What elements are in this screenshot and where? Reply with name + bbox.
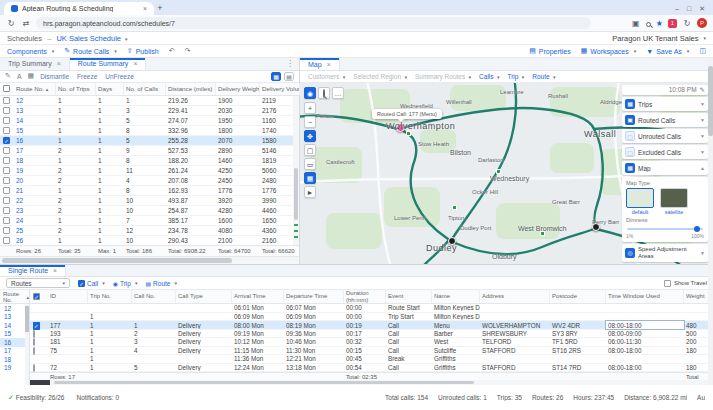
row-checkbox[interactable] bbox=[3, 217, 10, 224]
row-checkbox[interactable] bbox=[3, 157, 10, 164]
table-row[interactable]: 18118188.2014601819 bbox=[0, 156, 299, 166]
row-checkbox[interactable] bbox=[3, 227, 10, 234]
chevron-down-icon[interactable]: ▼ bbox=[700, 117, 705, 123]
chevron-down-icon[interactable]: ▼ bbox=[700, 250, 705, 256]
table-row[interactable]: 17219527.5328905146 bbox=[0, 146, 299, 156]
default-map-thumbnail[interactable] bbox=[626, 188, 654, 208]
column-header[interactable]: No. of Calls bbox=[124, 83, 166, 95]
table-row[interactable]: 13113229.4120302176 bbox=[0, 106, 299, 116]
column-header[interactable]: Route No.▴ bbox=[14, 83, 56, 95]
tab-close-icon[interactable]: × bbox=[133, 60, 137, 67]
map-search-button[interactable] bbox=[318, 87, 330, 99]
column-header[interactable]: Arrival Time bbox=[232, 290, 284, 303]
stop-row[interactable]: 18113Delivery10:12 Mon10:46 Mon00:32Call… bbox=[30, 338, 713, 347]
chevron-down-icon[interactable]: ▾ bbox=[520, 74, 524, 80]
call-filter-button[interactable]: ✓Call▾ bbox=[78, 280, 105, 287]
table-row[interactable]: 14115274.0719501160 bbox=[0, 116, 299, 126]
search-icon[interactable] bbox=[646, 22, 651, 27]
notifications-status[interactable]: Notifications: 0 bbox=[76, 394, 119, 401]
columns-icon[interactable]: ▦ bbox=[28, 72, 35, 80]
select-rectangle-button[interactable]: ▭ bbox=[304, 158, 316, 170]
apps-button[interactable]: ◫ bbox=[699, 47, 706, 55]
map-tool-route[interactable]: Route ▾ bbox=[532, 73, 555, 80]
table-row[interactable]: 232110254.8742804460 bbox=[0, 206, 299, 216]
stop-row[interactable]: ✓17711Delivery08:00 Mon08:19 Mon00:19Cal… bbox=[30, 321, 713, 330]
call-marker[interactable] bbox=[496, 169, 501, 174]
more-tools-button[interactable]: … bbox=[332, 87, 344, 99]
dimness-slider[interactable] bbox=[627, 225, 703, 233]
profile-avatar[interactable]: P bbox=[697, 18, 707, 28]
column-header[interactable]: Postcode bbox=[550, 290, 606, 303]
stop-row[interactable]: 7514Delivery11:15 Mon11:30 Mon00:15CallS… bbox=[30, 347, 713, 356]
layer-routed-calls[interactable]: ▣ Routed Calls▼ bbox=[622, 113, 708, 127]
stop-row[interactable]: 19312Delivery09:19 Mon09:36 Mon00:17Call… bbox=[30, 330, 713, 339]
bottom-horizontal-scrollbar[interactable] bbox=[30, 380, 713, 385]
table-row[interactable]: 252112234.7840804360 bbox=[0, 226, 299, 236]
fit-extent-button[interactable]: ▢ bbox=[304, 144, 316, 156]
tab-close-icon[interactable]: × bbox=[53, 267, 57, 274]
tw-cell[interactable]: 06:00-11:30 bbox=[606, 338, 684, 345]
maximize-icon[interactable]: □ bbox=[687, 5, 691, 13]
map-tool-trip[interactable]: Trip ▾ bbox=[507, 73, 524, 80]
tab-close-icon[interactable]: × bbox=[327, 61, 331, 68]
vertical-scrollbar[interactable] bbox=[293, 96, 299, 245]
column-header[interactable]: Duration (hh:mm) bbox=[344, 290, 386, 303]
column-header[interactable]: Event bbox=[386, 290, 432, 303]
row-checkbox[interactable] bbox=[3, 147, 10, 154]
stop-row[interactable]: 7215Delivery12:24 Mon13:18 Mon00:54CallG… bbox=[30, 364, 713, 373]
grid-tool-button[interactable]: ▦ bbox=[304, 172, 316, 184]
map-canvas[interactable]: Routed Call: 177 (Menu) ◉ … + − ✥ ▢ bbox=[300, 83, 713, 264]
tool-freeze[interactable]: Freeze bbox=[77, 73, 97, 80]
tab-route-summary[interactable]: Route Summary× bbox=[70, 58, 147, 70]
row-checkbox[interactable] bbox=[33, 330, 35, 338]
column-header[interactable]: Departure Time bbox=[284, 290, 344, 303]
show-travel-toggle[interactable]: Show Travel bbox=[664, 280, 707, 287]
workspaces-button[interactable]: ▦Workspaces▾ bbox=[581, 47, 637, 55]
trip-filter-button[interactable]: ◉Trip▾ bbox=[113, 280, 138, 287]
table-row[interactable]: 20214207.0824502480 bbox=[0, 176, 299, 186]
row-checkbox[interactable] bbox=[3, 197, 10, 204]
font-icon[interactable]: A bbox=[17, 73, 22, 80]
row-checkbox[interactable] bbox=[3, 167, 10, 174]
switch-icon[interactable]: ⇄ bbox=[21, 19, 31, 28]
table-row[interactable]: 21118162.9317761776 bbox=[0, 186, 299, 196]
minimize-icon[interactable]: – bbox=[675, 5, 679, 13]
layer-unrouted-calls[interactable]: ▢ Unrouted Calls▼ bbox=[622, 129, 708, 143]
tab-trip-summary[interactable]: Trip Summary× bbox=[0, 58, 70, 70]
tab-map[interactable]: Map× bbox=[300, 58, 340, 70]
satellite-map-thumbnail[interactable] bbox=[660, 188, 688, 208]
lasso-tool-button[interactable]: ► bbox=[304, 186, 316, 198]
row-checkbox[interactable]: ✓ bbox=[3, 137, 10, 144]
edit-time-icon[interactable]: ✎ bbox=[700, 86, 705, 94]
chevron-down-icon[interactable]: ▼ bbox=[700, 149, 705, 155]
show-travel-checkbox[interactable] bbox=[664, 280, 671, 287]
page-vertical-scrollbar[interactable] bbox=[708, 58, 713, 385]
table-row[interactable]: 12111219.2619002119 bbox=[0, 96, 299, 106]
map-tool-calls[interactable]: Calls ▾ bbox=[479, 73, 499, 80]
filter-active-button[interactable]: ▦ bbox=[271, 72, 281, 81]
save-as-button[interactable]: ▼Save As▾ bbox=[646, 48, 689, 55]
reload-icon[interactable]: ↻ bbox=[6, 19, 16, 28]
compass-button[interactable]: ◉ bbox=[304, 87, 316, 99]
row-checkbox[interactable] bbox=[33, 347, 35, 355]
route-no-header[interactable]: Route No.▴ bbox=[0, 290, 29, 304]
components-button[interactable]: Components▾ bbox=[7, 48, 54, 55]
stop-row[interactable]: 06:01 Mon06:07 Mon00:00Route StartMilton… bbox=[30, 304, 713, 313]
stop-row[interactable]: 111:36 Mon12:21 Mon00:45BreakGriffiths bbox=[30, 355, 713, 364]
chevron-down-icon[interactable]: ▾ bbox=[496, 74, 500, 80]
layer-trips[interactable]: ▦ Trips▼ bbox=[622, 97, 708, 111]
layer-map[interactable]: ▦ Map▲ bbox=[622, 161, 708, 175]
tw-cell[interactable]: 08:00-18:00 bbox=[606, 364, 684, 371]
layer-speed-adjustment[interactable]: ◎ Speed Adjustment Areas▼ bbox=[622, 244, 708, 262]
route-col-scrollbar[interactable] bbox=[25, 304, 29, 385]
table-row[interactable]: ✓16115255.2820701580 bbox=[0, 136, 299, 146]
close-icon[interactable]: ✕ bbox=[699, 5, 705, 13]
tool-unfreeze[interactable]: UnFreeze bbox=[105, 73, 134, 80]
tool-dismantle[interactable]: Dismantle bbox=[40, 73, 69, 80]
browser-tab[interactable]: Aptean Routing & Scheduling × bbox=[4, 2, 154, 15]
url-bar[interactable]: hrs.paragon.apteancloud.com/schedules/7 bbox=[36, 17, 591, 29]
row-checkbox[interactable] bbox=[3, 107, 10, 114]
route-filter-button[interactable]: ▤Route▾ bbox=[145, 280, 177, 287]
undo-button[interactable]: ↶ bbox=[169, 47, 175, 55]
call-marker[interactable] bbox=[406, 131, 411, 136]
